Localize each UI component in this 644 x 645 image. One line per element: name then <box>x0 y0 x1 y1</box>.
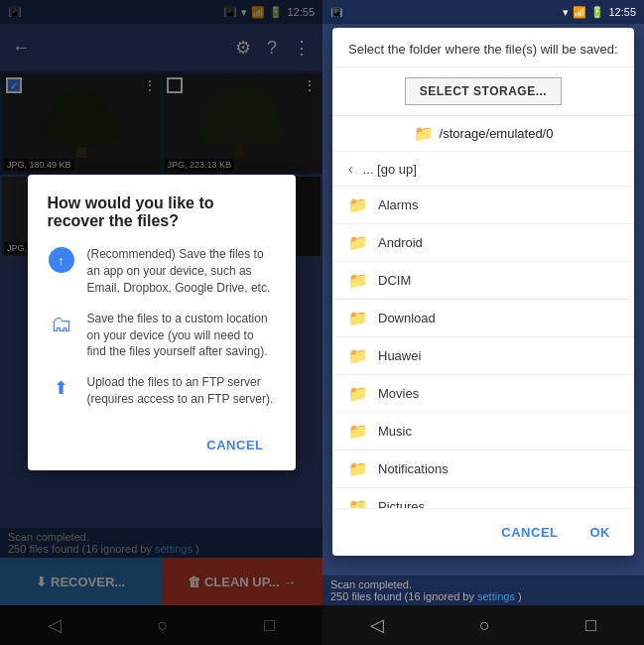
right-scan-line-1: Scan completed. <box>330 579 636 590</box>
right-battery-icon: 🔋 <box>590 6 604 19</box>
folder-pictures[interactable]: 📁 Pictures <box>332 488 634 508</box>
right-status-bar: 📳 ▾ 📶 🔋 12:55 <box>322 0 644 24</box>
folder-android[interactable]: 📁 Android <box>332 224 634 262</box>
right-nav-bar: ◁ ○ □ <box>322 605 644 645</box>
folder-huawei[interactable]: 📁 Huawei <box>332 337 634 375</box>
go-up-item[interactable]: ‹ ... [go up] <box>332 152 634 187</box>
dialog-overlay: How would you like to recover the files?… <box>0 0 322 645</box>
folder-icon-alarms: 📁 <box>348 195 368 214</box>
folder-list: ‹ ... [go up] 📁 Alarms 📁 Android 📁 DCIM … <box>332 152 634 508</box>
folder-cancel-button[interactable]: CANCEL <box>493 519 566 546</box>
folder-movies[interactable]: 📁 Movies <box>332 375 634 413</box>
right-signal-icon: 📶 <box>573 6 586 19</box>
current-path-text: /storage/emulated/0 <box>440 126 554 141</box>
right-wifi-icon: ▾ <box>563 6 569 19</box>
ftp-upload-icon: ⬆ <box>54 377 68 399</box>
dialog-actions: CANCEL <box>48 422 276 460</box>
dialog-cancel-button[interactable]: CANCEL <box>194 430 275 460</box>
recover-dialog: How would you like to recover the files?… <box>28 175 296 469</box>
folder-dialog: Select the folder where the file(s) will… <box>332 28 634 556</box>
cloud-upload-icon: ↑ <box>49 247 74 273</box>
right-time: 12:55 <box>608 6 636 18</box>
select-storage-button[interactable]: SELECT STORAGE... <box>405 77 562 105</box>
folder-dcim[interactable]: 📁 DCIM <box>332 262 634 300</box>
right-panel: 📳 ▾ 📶 🔋 12:55 Select the folder where th… <box>322 0 644 645</box>
storage-select-row: SELECT STORAGE... <box>332 67 634 116</box>
go-up-arrow-icon: ‹ <box>348 161 353 177</box>
dialog-option-1[interactable]: ↑ (Recommended) Save the files to an app… <box>48 246 276 296</box>
folder-download[interactable]: 📁 Download <box>332 300 634 337</box>
dialog-option-2[interactable]: 🗂 Save the files to a custom location on… <box>48 311 276 360</box>
right-home-nav[interactable]: ○ <box>479 615 490 636</box>
folder-notifications[interactable]: 📁 Notifications <box>332 451 634 488</box>
folder-icon-notifications: 📁 <box>348 459 368 478</box>
dialog-option-3[interactable]: ⬆ Upload the files to an FTP server (req… <box>48 374 276 408</box>
folder-icon-download: 📁 <box>348 309 368 327</box>
current-path-folder-icon: 📁 <box>414 124 434 143</box>
current-path-row: 📁 /storage/emulated/0 <box>332 116 634 152</box>
folder-icon-android: 📁 <box>348 233 368 252</box>
right-scan-status: Scan completed. 250 files found (16 igno… <box>322 576 644 605</box>
dialog-option-2-text: Save the files to a custom location on y… <box>87 311 276 360</box>
right-recents-nav[interactable]: □ <box>585 615 596 636</box>
folder-icon-dcim: 📁 <box>348 271 368 290</box>
folder-dialog-footer: CANCEL OK <box>332 508 634 556</box>
right-notification-icon: 📳 <box>330 7 342 18</box>
dialog-option-3-text: Upload the files to an FTP server (requi… <box>87 374 276 408</box>
folder-icon: 🗂 <box>51 312 72 337</box>
folder-music[interactable]: 📁 Music <box>332 413 634 451</box>
go-up-label: ... [go up] <box>363 162 417 177</box>
left-panel: 📳 📳 ▾ 📶 🔋 12:55 ← ⚙ ? ⋮ <box>0 0 322 645</box>
folder-dialog-header: Select the folder where the file(s) will… <box>332 28 634 67</box>
folder-icon-pictures: 📁 <box>348 497 368 508</box>
right-bottom-content: Scan completed. 250 files found (16 igno… <box>322 576 644 605</box>
folder-icon-movies: 📁 <box>348 384 368 403</box>
right-scan-settings-link[interactable]: settings <box>477 590 515 602</box>
folder-ok-button[interactable]: OK <box>582 519 619 546</box>
right-scan-line-2: 250 files found (16 ignored by settings … <box>330 590 636 602</box>
folder-icon-huawei: 📁 <box>348 346 368 365</box>
dialog-option-1-text: (Recommended) Save the files to an app o… <box>87 246 276 296</box>
dialog-title: How would you like to recover the files? <box>48 194 276 230</box>
folder-alarms[interactable]: 📁 Alarms <box>332 187 634 224</box>
folder-icon-music: 📁 <box>348 422 368 441</box>
right-status-icons: ▾ 📶 🔋 12:55 <box>563 6 636 19</box>
right-back-nav[interactable]: ◁ <box>370 614 384 636</box>
